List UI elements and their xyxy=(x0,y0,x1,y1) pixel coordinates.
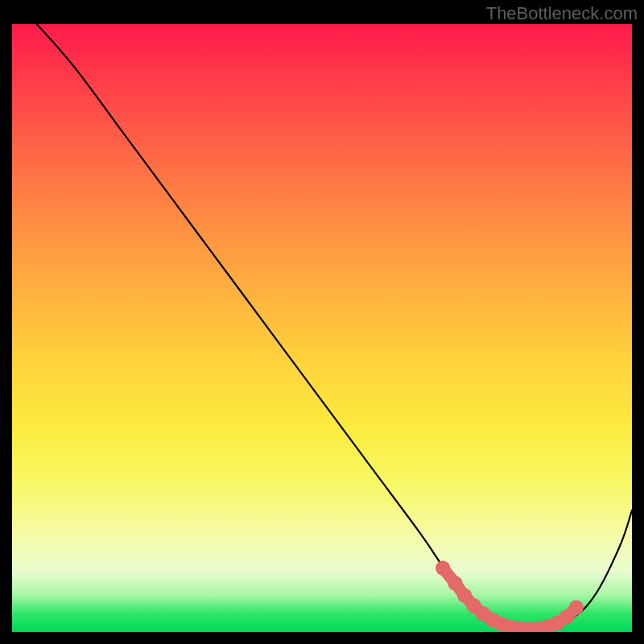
optimal-marker-dot xyxy=(568,601,583,615)
optimal-marker-group xyxy=(436,560,584,632)
optimal-marker-dot xyxy=(436,560,450,575)
chart-svg xyxy=(12,24,632,632)
bottleneck-curve-path xyxy=(37,24,632,630)
optimal-marker-dot xyxy=(448,576,462,590)
figure-canvas: TheBottleneck.com xyxy=(0,0,644,644)
plot-area xyxy=(12,24,632,632)
watermark-text: TheBottleneck.com xyxy=(486,3,638,24)
